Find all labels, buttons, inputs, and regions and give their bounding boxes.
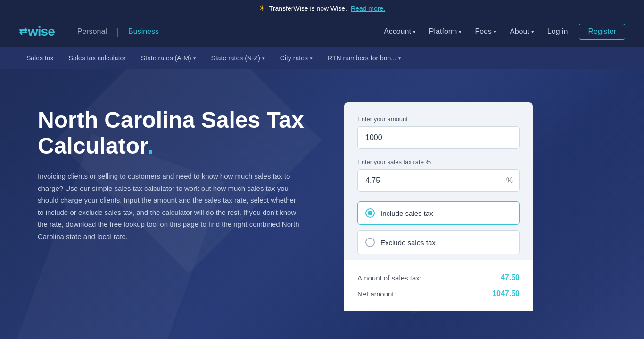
subnav-rtn[interactable]: RTN numbers for ban... ▾ — [320, 48, 409, 68]
amount-label: Enter your amount — [357, 115, 520, 123]
subnav-state-am[interactable]: State rates (A-M) ▾ — [133, 48, 204, 68]
nav-business[interactable]: Business — [121, 18, 166, 45]
title-dot: . — [147, 133, 153, 158]
nav-right: Account ▾ Platform ▾ Fees ▾ About ▾ Log … — [378, 24, 625, 40]
include-radio-button[interactable] — [365, 208, 375, 218]
subnav-sales-tax[interactable]: Sales tax — [19, 48, 61, 68]
rate-input-wrap: % — [357, 169, 520, 192]
subnav-calculator[interactable]: Sales tax calculator — [61, 48, 133, 68]
rate-label: Enter your sales tax rate % — [357, 158, 520, 165]
tax-label: Amount of sales tax: — [357, 274, 421, 282]
hero-description: Invoicing clients or selling to customer… — [38, 170, 302, 242]
calculator-card: Enter your amount Enter your sales tax r… — [344, 102, 533, 311]
account-chevron-icon: ▾ — [413, 29, 416, 35]
nav-login[interactable]: Log in — [542, 24, 574, 40]
tax-result-row: Amount of sales tax: 47.50 — [357, 270, 520, 286]
subnav-state-nz[interactable]: State rates (N-Z) ▾ — [204, 48, 272, 68]
about-chevron-icon: ▾ — [531, 29, 534, 35]
sub-nav: Sales tax Sales tax calculator State rat… — [0, 47, 644, 69]
fees-chevron-icon: ▾ — [494, 29, 496, 35]
calc-results: Amount of sales tax: 47.50 Net amount: 1… — [344, 260, 533, 311]
banner-link[interactable]: Read more. — [351, 5, 385, 12]
main-nav: ⇄ wise Personal | Business Account ▾ Pla… — [0, 16, 644, 47]
hero-content: North Carolina Sales Tax Calculator. Inv… — [38, 98, 344, 242]
banner-text: TransferWise is now Wise. — [269, 5, 347, 12]
logo[interactable]: ⇄ wise — [19, 24, 55, 39]
nav-fees[interactable]: Fees ▾ — [469, 24, 502, 40]
amount-input[interactable] — [357, 126, 520, 149]
rtn-chevron: ▾ — [398, 55, 401, 61]
nav-personal[interactable]: Personal — [70, 18, 115, 45]
nav-about[interactable]: About ▾ — [504, 24, 540, 40]
nav-register[interactable]: Register — [579, 24, 625, 40]
city-rates-chevron: ▾ — [310, 55, 313, 61]
state-nz-chevron: ▾ — [262, 55, 265, 61]
exclude-sales-tax-option[interactable]: Exclude sales tax — [357, 230, 520, 254]
include-label: Include sales tax — [380, 209, 433, 217]
nav-account[interactable]: Account ▾ — [378, 24, 421, 40]
tax-value: 47.50 — [501, 273, 520, 282]
page-title: North Carolina Sales Tax Calculator. — [38, 107, 344, 159]
subnav-city-rates[interactable]: City rates ▾ — [272, 48, 320, 68]
logo-icon: ⇄ — [19, 25, 27, 38]
rate-input[interactable] — [357, 169, 520, 192]
hero-section: North Carolina Sales Tax Calculator. Inv… — [0, 69, 644, 339]
nav-divider: | — [115, 26, 121, 37]
top-banner: ☀ TransferWise is now Wise. Read more. — [0, 0, 644, 16]
nav-left-links: Personal | Business — [70, 18, 166, 45]
amount-input-wrap — [357, 126, 520, 149]
exclude-label: Exclude sales tax — [380, 239, 436, 247]
rate-field: Enter your sales tax rate % % — [357, 158, 520, 192]
net-label: Net amount: — [357, 290, 396, 298]
net-value: 1047.50 — [492, 289, 520, 298]
include-sales-tax-option[interactable]: Include sales tax — [357, 201, 520, 225]
platform-chevron-icon: ▾ — [459, 29, 462, 35]
bottom-section: Save with Wise when invoicing clients — [0, 339, 644, 362]
logo-text: wise — [28, 24, 55, 39]
state-am-chevron: ▾ — [193, 55, 196, 61]
nav-platform[interactable]: Platform ▾ — [423, 24, 468, 40]
net-result-row: Net amount: 1047.50 — [357, 286, 520, 302]
percent-icon: % — [506, 176, 513, 185]
sun-icon: ☀ — [259, 4, 265, 13]
exclude-radio-button[interactable] — [365, 238, 375, 247]
amount-field: Enter your amount — [357, 115, 520, 149]
